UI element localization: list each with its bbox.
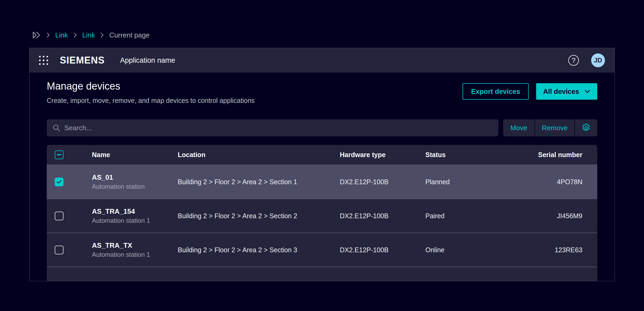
device-name: AS_TRA_154 bbox=[92, 207, 178, 216]
row-checkbox[interactable] bbox=[55, 246, 63, 254]
device-name: AS_01 bbox=[92, 173, 178, 182]
application-name: Application name bbox=[120, 56, 175, 65]
breadcrumb: Link Link Current page bbox=[31, 31, 150, 39]
main-panel: SIEMENS Application name ? JD Manage dev… bbox=[29, 48, 615, 281]
remove-button[interactable]: Remove bbox=[535, 119, 574, 136]
device-filter-dropdown[interactable]: All devices bbox=[536, 83, 597, 100]
device-status: Planned bbox=[425, 178, 511, 186]
table-actions-group: Move Remove bbox=[503, 119, 597, 136]
app-header: SIEMENS Application name ? JD bbox=[29, 48, 615, 73]
search-icon bbox=[53, 124, 61, 132]
device-filter-label: All devices bbox=[543, 87, 579, 96]
device-serial: JI456M9 bbox=[557, 212, 597, 220]
table-settings-button[interactable] bbox=[575, 119, 597, 136]
gear-icon bbox=[581, 123, 591, 133]
page-title: Manage devices bbox=[47, 81, 255, 92]
check-icon bbox=[57, 180, 62, 184]
column-header-hardware-type[interactable]: Hardware type bbox=[340, 151, 425, 159]
device-location: Building 2 > Floor 2 > Area 2 > Section … bbox=[178, 212, 340, 220]
row-checkbox[interactable] bbox=[55, 212, 63, 220]
help-icon[interactable]: ? bbox=[568, 55, 579, 66]
device-hardware-type: DX2.E12P-100B bbox=[340, 212, 425, 220]
move-button[interactable]: Move bbox=[503, 119, 535, 136]
breadcrumb-link-1[interactable]: Link bbox=[55, 31, 68, 39]
device-location: Building 2 > Floor 2 > Area 2 > Section … bbox=[178, 246, 340, 254]
search-input[interactable] bbox=[47, 119, 498, 136]
device-description: Automation station 1 bbox=[92, 217, 178, 224]
column-header-location[interactable]: Location bbox=[178, 151, 340, 159]
avatar[interactable]: JD bbox=[591, 53, 605, 67]
device-name: AS_TRA_TX bbox=[92, 241, 178, 250]
device-status: Paired bbox=[425, 212, 511, 220]
device-hardware-type: DX2.E12P-100B bbox=[340, 178, 425, 186]
select-all-checkbox[interactable] bbox=[55, 150, 63, 159]
device-location: Building 2 > Floor 2 > Area 2 > Section … bbox=[178, 178, 340, 186]
device-serial: 123RE63 bbox=[555, 246, 597, 254]
column-header-serial-number[interactable]: Serial number bbox=[538, 151, 597, 159]
export-devices-button[interactable]: Export devices bbox=[463, 83, 529, 100]
page-content: Manage devices Create, import, move, rem… bbox=[29, 73, 615, 281]
siemens-logo: SIEMENS bbox=[60, 55, 105, 66]
row-checkbox-checked[interactable] bbox=[55, 178, 63, 186]
page-subtitle: Create, import, move, remove, and map de… bbox=[47, 97, 255, 104]
breadcrumb-link-2[interactable]: Link bbox=[82, 31, 95, 39]
chevron-right-icon bbox=[100, 32, 104, 38]
chevron-right-icon bbox=[73, 32, 77, 38]
double-chevron-icon[interactable] bbox=[31, 31, 41, 39]
table-empty-row bbox=[47, 267, 597, 281]
table-header-row: Name Location Hardware type Status Seria… bbox=[47, 145, 597, 165]
breadcrumb-current-page: Current page bbox=[109, 31, 150, 39]
device-hardware-type: DX2.E12P-100B bbox=[340, 246, 425, 254]
app-switcher-icon[interactable] bbox=[39, 56, 48, 65]
device-description: Automation station 1 bbox=[92, 251, 178, 258]
device-serial: 4PO78N bbox=[557, 178, 597, 186]
column-header-name[interactable]: Name bbox=[92, 151, 178, 159]
chevron-down-icon bbox=[584, 90, 590, 93]
column-header-status[interactable]: Status bbox=[425, 151, 511, 159]
table-row[interactable]: AS_TRA_154 Automation station 1 Building… bbox=[47, 199, 597, 233]
device-status: Online bbox=[425, 246, 511, 254]
devices-table: Name Location Hardware type Status Seria… bbox=[47, 145, 597, 281]
chevron-right-icon bbox=[46, 32, 50, 38]
device-description: Automation station bbox=[92, 183, 178, 190]
table-row[interactable]: AS_01 Automation station Building 2 > Fl… bbox=[47, 165, 597, 199]
table-row[interactable]: AS_TRA_TX Automation station 1 Building … bbox=[47, 233, 597, 267]
